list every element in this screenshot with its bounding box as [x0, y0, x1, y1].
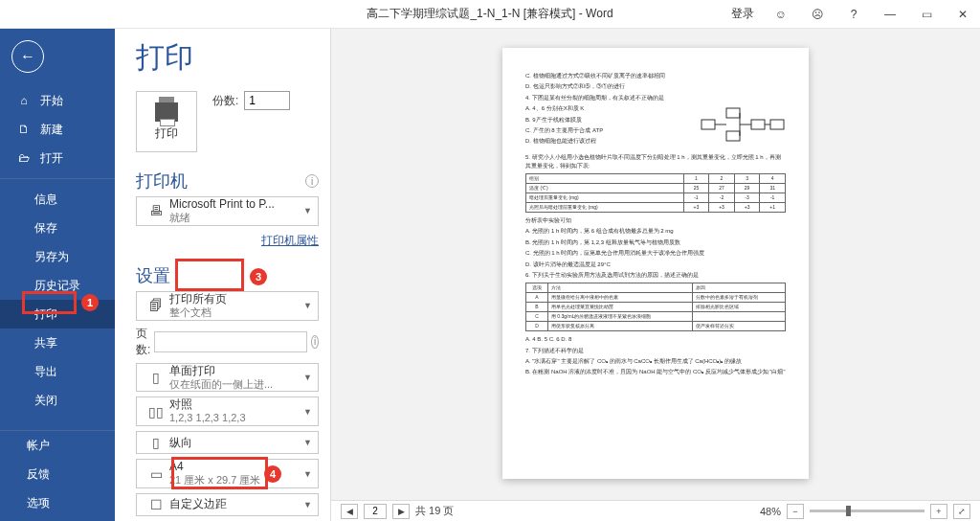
margin-title: 自定义边距	[169, 497, 303, 511]
total-pages: 共 19 页	[415, 504, 454, 518]
nav-home[interactable]: ⌂开始	[0, 86, 115, 115]
pages-info-icon[interactable]: i	[311, 335, 319, 349]
feedback-smile-icon[interactable]: ☺	[764, 1, 798, 28]
preview-canvas[interactable]: C. 植物细胞通过方式②吸收不同矿质离子的速率都相同 D. 包运只影响方式②和⑤…	[331, 29, 980, 500]
title-controls: 登录 ☺ ☹ ? — ▭ ✕	[724, 1, 980, 28]
pages-row: 页数: i	[136, 326, 319, 358]
pages-label: 页数:	[136, 326, 150, 358]
chevron-down-icon: ▼	[303, 438, 312, 447]
open-folder-icon: 🗁	[17, 151, 31, 165]
paper-dropdown[interactable]: ▭ A4 21 厘米 x 29.7 厘米 ▼	[136, 459, 319, 488]
collate-title: 对照	[169, 397, 303, 412]
settings-section-title: 设置	[136, 264, 319, 287]
svg-rect-1	[726, 108, 740, 118]
chevron-down-icon: ▼	[303, 373, 312, 382]
zoom-slider[interactable]	[810, 510, 924, 512]
collate-icon: ▯▯	[143, 404, 169, 419]
printer-info-icon[interactable]: i	[305, 174, 319, 188]
printer-section-title: 打印机 i	[136, 170, 319, 193]
collate-sub: 1,2,3 1,2,3 1,2,3	[169, 412, 303, 425]
paper-sub: 21 厘米 x 29.7 厘米	[169, 474, 303, 487]
maximize-icon[interactable]: ▭	[909, 1, 944, 28]
feedback-frown-icon[interactable]: ☹	[800, 1, 835, 28]
nav-saveas[interactable]: 另存为	[0, 242, 115, 271]
margin-dropdown[interactable]: ☐ 自定义边距 ▼	[136, 493, 319, 516]
printer-properties-row: 打印机属性	[136, 233, 319, 249]
orientation-dropdown[interactable]: ▯ 纵向 ▼	[136, 431, 319, 454]
side-sub: 仅在纸面的一侧上进...	[169, 378, 303, 392]
nav-feedback[interactable]: 反馈	[0, 460, 115, 488]
scope-sub: 整个文档	[169, 306, 303, 320]
svg-rect-4	[770, 120, 784, 129]
print-block: 打印 份数:	[136, 91, 319, 152]
printer-properties-link[interactable]: 打印机属性	[261, 234, 319, 247]
zoom-fit-button[interactable]: ⤢	[953, 504, 970, 519]
print-preview: C. 植物细胞通过方式②吸收不同矿质离子的速率都相同 D. 包运只影响方式②和⑤…	[330, 29, 980, 521]
printer-dropdown[interactable]: 🖶 Microsoft Print to P... 就绪 ▼	[136, 196, 319, 226]
new-file-icon: 🗋	[17, 123, 31, 136]
chevron-down-icon: ▼	[303, 500, 312, 510]
zoom-level: 48%	[760, 506, 781, 517]
chevron-down-icon: ▼	[303, 469, 312, 479]
nav-bottom-group: 帐户 反馈 选项	[0, 430, 115, 521]
prev-page-button[interactable]: ◀	[341, 504, 358, 519]
nav-save[interactable]: 保存	[0, 214, 115, 242]
title-bar: 高二下学期理综试题_1-N_1-N [兼容模式] - Word 登录 ☺ ☹ ?…	[0, 0, 980, 29]
chevron-down-icon: ▼	[303, 206, 312, 215]
window-title: 高二下学期理综试题_1-N_1-N [兼容模式] - Word	[367, 6, 612, 22]
nav-info[interactable]: 信息	[0, 185, 115, 214]
copies-label: 份数:	[212, 93, 238, 109]
nav-account[interactable]: 帐户	[0, 431, 115, 460]
preview-statusbar: ◀ ▶ 共 19 页 48% − + ⤢	[331, 500, 980, 521]
nav-print[interactable]: 打印	[0, 300, 115, 328]
pages-icon: 🗐	[143, 298, 169, 313]
copies-field: 份数:	[212, 91, 290, 110]
print-heading: 打印	[136, 38, 319, 78]
nav-export[interactable]: 导出	[0, 357, 115, 386]
copies-input[interactable]	[244, 91, 290, 110]
chevron-down-icon: ▼	[303, 407, 312, 417]
print-scope-dropdown[interactable]: 🗐 打印所有页 整个文档 ▼	[136, 291, 319, 321]
close-icon[interactable]: ✕	[946, 1, 980, 28]
content-area: 打印 打印 份数: 打印机 i 🖶 Microsoft Print to P..…	[115, 29, 980, 521]
paper-icon: ▭	[143, 466, 169, 482]
print-panel: 打印 打印 份数: 打印机 i 🖶 Microsoft Print to P..…	[115, 29, 330, 521]
collate-dropdown[interactable]: ▯▯ 对照 1,2,3 1,2,3 1,2,3 ▼	[136, 396, 319, 426]
chevron-down-icon: ▼	[303, 301, 312, 310]
printer-name: Microsoft Print to P...	[169, 197, 303, 212]
printer-status-icon: 🖶	[143, 203, 169, 218]
scope-title: 打印所有页	[169, 292, 303, 306]
print-button[interactable]: 打印	[136, 91, 197, 152]
nav-share[interactable]: 共享	[0, 328, 115, 357]
next-page-button[interactable]: ▶	[392, 504, 410, 519]
current-page-input[interactable]	[364, 504, 387, 519]
side-dropdown[interactable]: ▯ 单面打印 仅在纸面的一侧上进... ▼	[136, 363, 319, 393]
portrait-icon: ▯	[143, 435, 169, 450]
svg-rect-0	[702, 120, 715, 129]
zoom-out-button[interactable]: −	[787, 504, 804, 519]
back-button[interactable]: ←	[11, 40, 44, 73]
home-icon: ⌂	[17, 94, 31, 107]
main-area: ← ⌂开始 🗋新建 🗁打开 信息 保存 另存为 历史记录 打印 共享 导出 关闭…	[0, 29, 980, 521]
help-icon[interactable]: ?	[836, 1, 871, 28]
backstage-nav: ← ⌂开始 🗋新建 🗁打开 信息 保存 另存为 历史记录 打印 共享 导出 关闭…	[0, 29, 115, 521]
zoom-in-button[interactable]: +	[930, 504, 947, 519]
paper-title: A4	[169, 460, 303, 474]
printer-status: 就绪	[169, 212, 303, 225]
pages-input[interactable]	[154, 331, 307, 352]
login-button[interactable]: 登录	[724, 6, 762, 22]
back-arrow-icon: ←	[20, 48, 35, 65]
single-side-icon: ▯	[143, 370, 169, 385]
nav-history[interactable]: 历史记录	[0, 271, 115, 300]
side-title: 单面打印	[169, 364, 303, 378]
minimize-icon[interactable]: —	[873, 1, 907, 28]
nav-close[interactable]: 关闭	[0, 386, 115, 415]
nav-new[interactable]: 🗋新建	[0, 115, 115, 144]
data-table-1: 组别1234 温度 (℃)25272931 暗处理后重量变化 (mg)-1-2-…	[525, 173, 786, 213]
nav-options[interactable]: 选项	[0, 488, 115, 517]
orient-title: 纵向	[169, 436, 303, 450]
printer-icon	[155, 102, 178, 122]
nav-open[interactable]: 🗁打开	[0, 144, 115, 172]
margin-icon: ☐	[143, 497, 169, 512]
preview-page: C. 植物细胞通过方式②吸收不同矿质离子的速率都相同 D. 包运只影响方式②和⑤…	[502, 48, 809, 479]
